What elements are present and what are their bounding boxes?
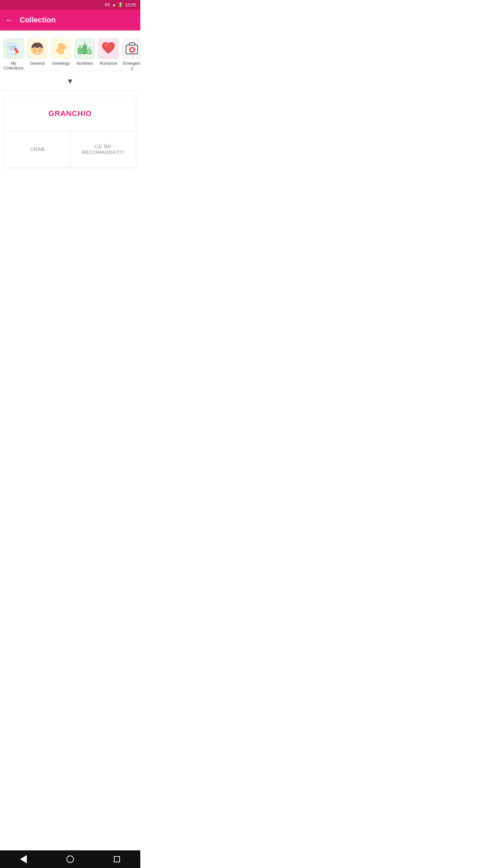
greetings-icon [50, 38, 72, 59]
svg-rect-23 [78, 48, 82, 54]
svg-rect-27 [87, 50, 92, 54]
flashcard-word: GRANCHIO [5, 96, 136, 131]
time-display: 10:55 [125, 2, 136, 7]
svg-rect-22 [64, 45, 66, 49]
svg-rect-21 [62, 44, 64, 49]
svg-text:3: 3 [88, 46, 90, 50]
svg-rect-20 [60, 43, 62, 49]
greetings-label: Greetings [52, 61, 70, 66]
svg-rect-18 [56, 49, 59, 52]
numbers-icon: 2 1 3 [74, 38, 95, 59]
romance-label: Romance [100, 61, 117, 66]
category-item-greetings[interactable]: Greetings [49, 37, 73, 67]
status-bar: 4G ▲ 🔋 10:55 [0, 0, 140, 9]
category-bar: My Collections [0, 31, 140, 75]
battery-icon: 🔋 [118, 2, 123, 7]
emergency-label: Emergency [122, 61, 140, 71]
answer-right-button[interactable]: CE ÎMI RECOMANDAȚI? [70, 131, 136, 167]
page-title: Collection [20, 16, 56, 24]
chevron-row[interactable]: ▼ [0, 75, 140, 90]
emergency-icon [122, 38, 140, 59]
svg-rect-19 [58, 44, 60, 49]
signal-icon: ▲ [112, 2, 116, 7]
numbers-label: Numbers [77, 61, 93, 66]
category-item-general[interactable]: General [26, 37, 49, 67]
expand-chevron-icon[interactable]: ▼ [66, 77, 74, 86]
svg-rect-25 [83, 45, 87, 54]
svg-rect-16 [36, 52, 39, 53]
category-item-romance[interactable]: Romance [97, 37, 120, 67]
svg-point-15 [40, 50, 40, 51]
svg-point-12 [34, 49, 34, 50]
flashcard: GRANCHIO CRAB CE ÎMI RECOMANDAȚI? [5, 96, 136, 167]
my-collections-label: My Collections [3, 61, 24, 71]
back-button[interactable]: ← [5, 16, 14, 24]
network-icon: 4G [105, 2, 110, 7]
my-collections-icon [3, 38, 24, 59]
svg-point-11 [39, 47, 40, 48]
flashcard-area: GRANCHIO CRAB CE ÎMI RECOMANDAȚI? [0, 90, 140, 167]
romance-icon [98, 38, 119, 59]
svg-point-10 [35, 47, 36, 48]
svg-rect-33 [131, 49, 134, 51]
category-item-emergency[interactable]: Emergency [121, 37, 140, 72]
general-icon [27, 38, 48, 59]
category-item-my-collections[interactable]: My Collections [2, 37, 25, 72]
svg-point-13 [34, 50, 35, 51]
answer-left-button[interactable]: CRAB [5, 131, 70, 167]
general-label: General [30, 61, 45, 66]
svg-text:2: 2 [79, 44, 81, 48]
flashcard-answers: CRAB CE ÎMI RECOMANDAȚI? [5, 131, 136, 167]
svg-point-14 [40, 49, 41, 50]
category-item-numbers[interactable]: 2 1 3 Numbers [73, 37, 96, 67]
app-bar: ← Collection [0, 9, 140, 31]
svg-text:1: 1 [84, 42, 85, 45]
